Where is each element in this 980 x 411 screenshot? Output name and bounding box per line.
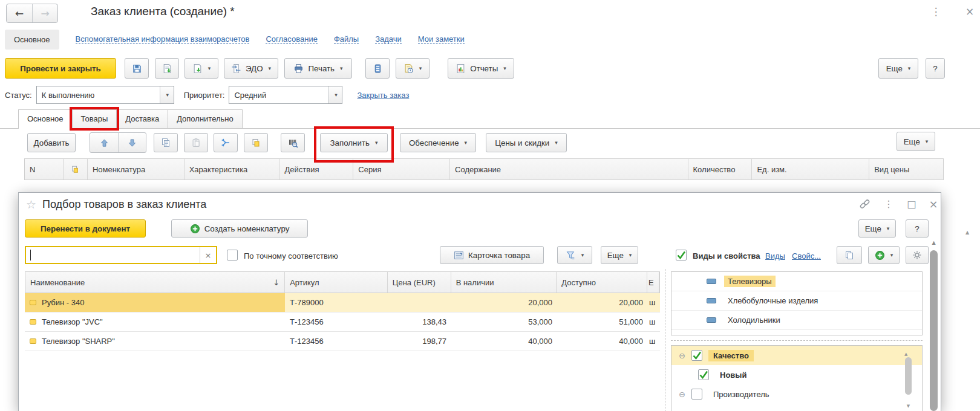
col-unit: Ед. изм.	[752, 159, 869, 180]
window-help-button[interactable]: ?	[926, 58, 945, 79]
dialog-close-button[interactable]: ×	[925, 196, 942, 211]
category-label: Телевизоры	[724, 276, 776, 287]
dialog-maximize-button[interactable]: □	[903, 196, 920, 211]
forward-button[interactable]: →	[32, 4, 57, 22]
post-and-close-button[interactable]: Провести и закрыть	[5, 58, 116, 79]
search-clear-button[interactable]: ×	[200, 247, 216, 263]
tab-additional[interactable]: Дополнительно	[168, 109, 243, 128]
arrow-down-icon	[128, 138, 137, 147]
back-button[interactable]: ←	[7, 4, 32, 22]
priority-select[interactable]: Средний ▾	[229, 86, 342, 104]
new-checkbox[interactable]	[698, 369, 709, 380]
product-article: Т-789000	[285, 293, 388, 312]
print-button[interactable]: Печать ▾	[284, 58, 352, 79]
dropdown-icon: ▾	[335, 92, 338, 98]
nav-aux-info-link[interactable]: Вспомогательная информация взаиморасчето…	[76, 34, 250, 44]
nav-approval-link[interactable]: Согласование	[266, 34, 317, 44]
yellow-copy-icon	[71, 165, 79, 173]
property-row-new[interactable]: Новый	[671, 365, 922, 384]
category-row[interactable]: Холодильники	[671, 311, 922, 330]
property-row-quality[interactable]: ⊖ Качество ▲ ▼	[671, 346, 922, 365]
split-row-button[interactable]	[214, 133, 238, 152]
grid-more-button[interactable]: Еще ▾	[897, 132, 935, 151]
list-more-button[interactable]: Еще ▾	[601, 246, 638, 264]
product-available: 51,000	[557, 312, 648, 331]
fill-button[interactable]: Заполнить ▾	[320, 133, 388, 152]
category-row-selected[interactable]: Телевизоры	[671, 272, 922, 291]
window-more-button[interactable]: Еще ▾	[878, 58, 918, 79]
product-article: Т-123456	[285, 332, 388, 351]
goods-grid-header[interactable]: N Номенклатура Характеристика Действия С…	[24, 158, 944, 180]
save-button[interactable]	[125, 58, 149, 79]
add-row-button[interactable]: Добавить	[27, 133, 76, 152]
manufacturer-checkbox[interactable]	[691, 389, 702, 400]
category-row[interactable]: Хлебобулочные изделия	[671, 291, 922, 311]
props-link[interactable]: Свойс...	[792, 251, 821, 261]
product-table-header[interactable]: Наименование ↓ Артикул Цена (EUR) В нали…	[25, 271, 660, 293]
settings-button[interactable]	[906, 246, 929, 264]
product-row-selected[interactable]: Рубин - 340 Т-789000 20,000 20,000 ш	[25, 293, 660, 312]
checkmark-icon	[692, 351, 702, 360]
supply-button[interactable]: Обеспечение ▾	[400, 133, 476, 152]
tree-collapse-icon[interactable]: ⊖	[678, 390, 687, 399]
nav-notes-link[interactable]: Мои заметки	[418, 34, 465, 44]
add-type-button[interactable]: ▾	[868, 246, 900, 264]
window-close-button[interactable]: ×	[962, 4, 978, 19]
nav-files-link[interactable]: Файлы	[334, 34, 359, 44]
scroll-down-icon[interactable]: ▼	[904, 404, 912, 410]
panel-splitter[interactable]	[665, 269, 665, 411]
status-select[interactable]: К выполнению ▾	[36, 86, 174, 104]
compare-pages-button[interactable]	[837, 246, 862, 264]
exact-match-checkbox[interactable]	[227, 250, 238, 261]
property-row-manufacturer[interactable]: ⊖ Производитель	[671, 384, 922, 404]
tab-delivery[interactable]: Доставка	[116, 109, 168, 128]
nav-tasks-link[interactable]: Задачи	[375, 34, 402, 44]
nav-main[interactable]: Основное	[5, 30, 59, 50]
category-list: Телевизоры Хлебобулочные изделия Холодил…	[671, 271, 923, 335]
product-row[interactable]: Телевизор "JVC" Т-123456 138,43 53,000 5…	[25, 312, 660, 332]
properties-tree: ⊖ Качество ▲ ▼ Новый ⊖ Производитель	[671, 345, 923, 411]
barcode-search-button[interactable]	[281, 133, 305, 152]
product-card-button[interactable]: Карточка товара	[440, 246, 544, 264]
move-down-button[interactable]	[118, 133, 146, 152]
prices-discounts-button[interactable]: Цены и скидки ▾	[486, 133, 567, 152]
scroll-thumb[interactable]	[905, 357, 912, 395]
quality-checkbox[interactable]	[691, 350, 702, 361]
tab-goods[interactable]: Товары	[72, 109, 117, 128]
dialog-more-button[interactable]: Еще ▾	[858, 219, 896, 238]
grid-scroll-up-icon[interactable]: ▲	[965, 230, 969, 235]
copy-pages-button[interactable]	[244, 133, 268, 152]
structure-button[interactable]	[365, 58, 390, 79]
tree-collapse-icon[interactable]: ⊖	[678, 351, 687, 360]
edo-button[interactable]: ЭДО ▾	[224, 58, 278, 79]
dialog-scrollbar[interactable]: ▲	[929, 240, 938, 411]
favorite-star-icon[interactable]: ☆	[26, 198, 36, 211]
scheduled-docs-button[interactable]: ▾	[396, 58, 430, 79]
product-row[interactable]: Телевизор "SHARP" Т-123456 198,77 40,000…	[25, 332, 660, 351]
move-up-button[interactable]	[90, 133, 118, 152]
copy-row-button[interactable]	[154, 133, 178, 152]
dialog-help-button[interactable]: ?	[906, 219, 929, 238]
reports-button[interactable]: Отчеты ▾	[448, 58, 514, 79]
scroll-up-icon[interactable]: ▲	[929, 240, 938, 248]
form-tabs: Основное Товары Доставка Дополнительно	[0, 109, 980, 129]
scroll-thumb[interactable]	[930, 250, 938, 411]
types-link[interactable]: Виды	[765, 251, 785, 261]
dialog-menu-button[interactable]: ⋮	[880, 196, 897, 211]
post-document-button[interactable]	[155, 58, 179, 79]
page-title: Заказ клиента (создание) *	[91, 5, 235, 18]
search-input[interactable]	[26, 247, 200, 263]
transfer-to-document-button[interactable]: Перенести в документ	[25, 219, 146, 238]
create-label: Создать номенклатуру	[204, 224, 290, 233]
filter-button[interactable]: ▾	[557, 246, 592, 264]
get-link-button[interactable]	[856, 196, 873, 211]
post-variants-button[interactable]: ▾	[185, 58, 218, 79]
tree-scrollbar[interactable]: ▲ ▼	[904, 348, 912, 411]
paste-row-button[interactable]	[184, 133, 208, 152]
types-props-checkbox[interactable]	[676, 250, 687, 261]
tab-main[interactable]: Основное	[18, 109, 73, 129]
create-nomenclature-button[interactable]: Создать номенклатуру	[171, 219, 308, 238]
close-order-link[interactable]: Закрыть заказ	[357, 91, 409, 100]
window-menu-button[interactable]: ⋮	[928, 4, 944, 19]
scroll-up-icon[interactable]: ▲	[904, 352, 907, 357]
